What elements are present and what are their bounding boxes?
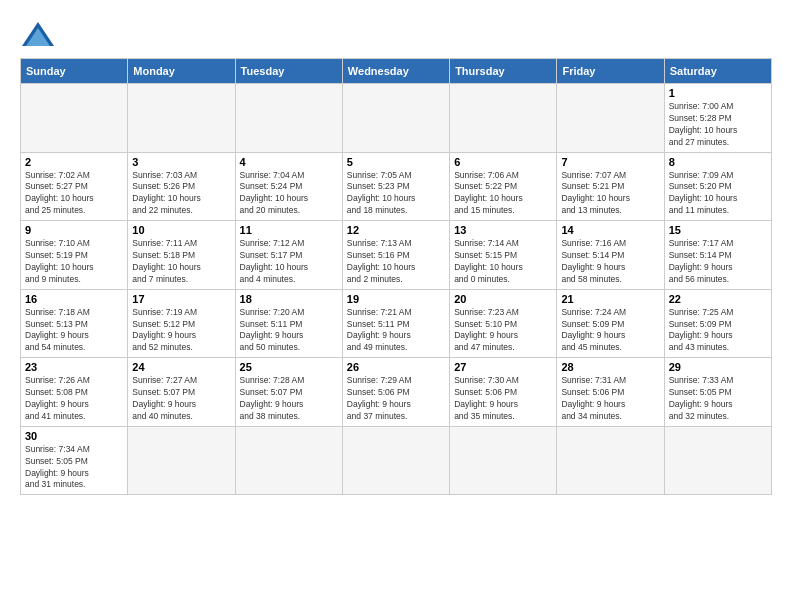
day-number: 21 [561, 293, 659, 305]
day-number: 29 [669, 361, 767, 373]
calendar-week-2: 2Sunrise: 7:02 AM Sunset: 5:27 PM Daylig… [21, 152, 772, 221]
day-number: 17 [132, 293, 230, 305]
day-info: Sunrise: 7:14 AM Sunset: 5:15 PM Dayligh… [454, 238, 552, 286]
day-number: 26 [347, 361, 445, 373]
day-number: 19 [347, 293, 445, 305]
calendar-cell [235, 426, 342, 495]
calendar-cell [342, 426, 449, 495]
calendar-cell: 8Sunrise: 7:09 AM Sunset: 5:20 PM Daylig… [664, 152, 771, 221]
day-number: 9 [25, 224, 123, 236]
day-header-monday: Monday [128, 59, 235, 84]
day-number: 24 [132, 361, 230, 373]
day-info: Sunrise: 7:04 AM Sunset: 5:24 PM Dayligh… [240, 170, 338, 218]
calendar-cell [235, 84, 342, 153]
logo-icon [20, 20, 56, 48]
calendar-cell: 9Sunrise: 7:10 AM Sunset: 5:19 PM Daylig… [21, 221, 128, 290]
calendar-cell: 23Sunrise: 7:26 AM Sunset: 5:08 PM Dayli… [21, 358, 128, 427]
day-info: Sunrise: 7:28 AM Sunset: 5:07 PM Dayligh… [240, 375, 338, 423]
day-number: 6 [454, 156, 552, 168]
day-number: 28 [561, 361, 659, 373]
day-number: 7 [561, 156, 659, 168]
calendar-cell: 14Sunrise: 7:16 AM Sunset: 5:14 PM Dayli… [557, 221, 664, 290]
calendar-cell [450, 84, 557, 153]
day-info: Sunrise: 7:12 AM Sunset: 5:17 PM Dayligh… [240, 238, 338, 286]
day-number: 22 [669, 293, 767, 305]
day-info: Sunrise: 7:21 AM Sunset: 5:11 PM Dayligh… [347, 307, 445, 355]
calendar-cell: 26Sunrise: 7:29 AM Sunset: 5:06 PM Dayli… [342, 358, 449, 427]
day-header-friday: Friday [557, 59, 664, 84]
day-info: Sunrise: 7:05 AM Sunset: 5:23 PM Dayligh… [347, 170, 445, 218]
day-info: Sunrise: 7:07 AM Sunset: 5:21 PM Dayligh… [561, 170, 659, 218]
calendar-header-row: SundayMondayTuesdayWednesdayThursdayFrid… [21, 59, 772, 84]
day-info: Sunrise: 7:17 AM Sunset: 5:14 PM Dayligh… [669, 238, 767, 286]
calendar-cell: 5Sunrise: 7:05 AM Sunset: 5:23 PM Daylig… [342, 152, 449, 221]
calendar-cell [21, 84, 128, 153]
day-info: Sunrise: 7:30 AM Sunset: 5:06 PM Dayligh… [454, 375, 552, 423]
day-number: 2 [25, 156, 123, 168]
day-info: Sunrise: 7:29 AM Sunset: 5:06 PM Dayligh… [347, 375, 445, 423]
day-header-wednesday: Wednesday [342, 59, 449, 84]
day-number: 23 [25, 361, 123, 373]
day-info: Sunrise: 7:20 AM Sunset: 5:11 PM Dayligh… [240, 307, 338, 355]
day-number: 3 [132, 156, 230, 168]
day-info: Sunrise: 7:24 AM Sunset: 5:09 PM Dayligh… [561, 307, 659, 355]
calendar-cell: 13Sunrise: 7:14 AM Sunset: 5:15 PM Dayli… [450, 221, 557, 290]
day-info: Sunrise: 7:02 AM Sunset: 5:27 PM Dayligh… [25, 170, 123, 218]
calendar-cell: 30Sunrise: 7:34 AM Sunset: 5:05 PM Dayli… [21, 426, 128, 495]
day-info: Sunrise: 7:34 AM Sunset: 5:05 PM Dayligh… [25, 444, 123, 492]
day-number: 27 [454, 361, 552, 373]
day-number: 14 [561, 224, 659, 236]
calendar-week-5: 23Sunrise: 7:26 AM Sunset: 5:08 PM Dayli… [21, 358, 772, 427]
calendar: SundayMondayTuesdayWednesdayThursdayFrid… [20, 58, 772, 495]
calendar-week-3: 9Sunrise: 7:10 AM Sunset: 5:19 PM Daylig… [21, 221, 772, 290]
calendar-cell: 27Sunrise: 7:30 AM Sunset: 5:06 PM Dayli… [450, 358, 557, 427]
calendar-cell: 7Sunrise: 7:07 AM Sunset: 5:21 PM Daylig… [557, 152, 664, 221]
page-header [20, 20, 772, 48]
calendar-cell: 19Sunrise: 7:21 AM Sunset: 5:11 PM Dayli… [342, 289, 449, 358]
calendar-cell: 1Sunrise: 7:00 AM Sunset: 5:28 PM Daylig… [664, 84, 771, 153]
day-number: 25 [240, 361, 338, 373]
day-info: Sunrise: 7:13 AM Sunset: 5:16 PM Dayligh… [347, 238, 445, 286]
calendar-cell [128, 84, 235, 153]
calendar-cell: 18Sunrise: 7:20 AM Sunset: 5:11 PM Dayli… [235, 289, 342, 358]
calendar-week-4: 16Sunrise: 7:18 AM Sunset: 5:13 PM Dayli… [21, 289, 772, 358]
calendar-cell: 3Sunrise: 7:03 AM Sunset: 5:26 PM Daylig… [128, 152, 235, 221]
day-info: Sunrise: 7:09 AM Sunset: 5:20 PM Dayligh… [669, 170, 767, 218]
day-info: Sunrise: 7:27 AM Sunset: 5:07 PM Dayligh… [132, 375, 230, 423]
day-info: Sunrise: 7:23 AM Sunset: 5:10 PM Dayligh… [454, 307, 552, 355]
calendar-cell: 4Sunrise: 7:04 AM Sunset: 5:24 PM Daylig… [235, 152, 342, 221]
calendar-cell: 24Sunrise: 7:27 AM Sunset: 5:07 PM Dayli… [128, 358, 235, 427]
calendar-cell: 17Sunrise: 7:19 AM Sunset: 5:12 PM Dayli… [128, 289, 235, 358]
day-info: Sunrise: 7:33 AM Sunset: 5:05 PM Dayligh… [669, 375, 767, 423]
day-info: Sunrise: 7:11 AM Sunset: 5:18 PM Dayligh… [132, 238, 230, 286]
calendar-week-6: 30Sunrise: 7:34 AM Sunset: 5:05 PM Dayli… [21, 426, 772, 495]
calendar-cell: 6Sunrise: 7:06 AM Sunset: 5:22 PM Daylig… [450, 152, 557, 221]
day-number: 30 [25, 430, 123, 442]
day-number: 18 [240, 293, 338, 305]
calendar-cell: 21Sunrise: 7:24 AM Sunset: 5:09 PM Dayli… [557, 289, 664, 358]
calendar-cell: 28Sunrise: 7:31 AM Sunset: 5:06 PM Dayli… [557, 358, 664, 427]
calendar-cell [664, 426, 771, 495]
day-number: 5 [347, 156, 445, 168]
calendar-cell: 15Sunrise: 7:17 AM Sunset: 5:14 PM Dayli… [664, 221, 771, 290]
day-number: 16 [25, 293, 123, 305]
calendar-cell [557, 84, 664, 153]
calendar-cell: 12Sunrise: 7:13 AM Sunset: 5:16 PM Dayli… [342, 221, 449, 290]
calendar-cell: 25Sunrise: 7:28 AM Sunset: 5:07 PM Dayli… [235, 358, 342, 427]
calendar-cell: 22Sunrise: 7:25 AM Sunset: 5:09 PM Dayli… [664, 289, 771, 358]
day-header-sunday: Sunday [21, 59, 128, 84]
calendar-cell [342, 84, 449, 153]
day-info: Sunrise: 7:31 AM Sunset: 5:06 PM Dayligh… [561, 375, 659, 423]
day-info: Sunrise: 7:03 AM Sunset: 5:26 PM Dayligh… [132, 170, 230, 218]
day-number: 15 [669, 224, 767, 236]
day-header-thursday: Thursday [450, 59, 557, 84]
day-info: Sunrise: 7:00 AM Sunset: 5:28 PM Dayligh… [669, 101, 767, 149]
day-number: 20 [454, 293, 552, 305]
day-info: Sunrise: 7:16 AM Sunset: 5:14 PM Dayligh… [561, 238, 659, 286]
calendar-cell: 20Sunrise: 7:23 AM Sunset: 5:10 PM Dayli… [450, 289, 557, 358]
calendar-cell [557, 426, 664, 495]
day-number: 4 [240, 156, 338, 168]
calendar-cell [450, 426, 557, 495]
calendar-week-1: 1Sunrise: 7:00 AM Sunset: 5:28 PM Daylig… [21, 84, 772, 153]
logo [20, 20, 62, 48]
